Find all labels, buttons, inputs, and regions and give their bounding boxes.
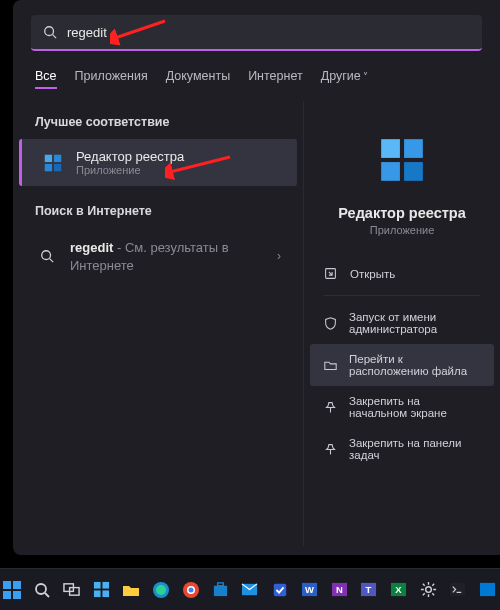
- todo-icon[interactable]: [267, 577, 292, 603]
- svg-rect-47: [450, 583, 465, 596]
- svg-text:W: W: [305, 584, 314, 595]
- action-label: Запуск от имени администратора: [349, 311, 480, 335]
- result-subtitle: Приложение: [76, 164, 275, 176]
- edge-icon[interactable]: [149, 577, 174, 603]
- svg-rect-27: [94, 590, 101, 597]
- svg-text:T: T: [366, 584, 372, 595]
- svg-text:N: N: [336, 584, 343, 595]
- svg-rect-11: [404, 162, 423, 181]
- svg-rect-35: [217, 583, 223, 586]
- start-button[interactable]: [0, 577, 25, 603]
- search-bar[interactable]: [31, 15, 482, 51]
- svg-rect-9: [404, 139, 423, 158]
- results-column: Лучшее соответствие Редактор реестра При…: [13, 101, 303, 546]
- teams-icon[interactable]: T: [356, 577, 381, 603]
- word-icon[interactable]: W: [297, 577, 322, 603]
- svg-point-21: [36, 584, 46, 594]
- svg-point-0: [45, 27, 54, 36]
- pin-icon: [324, 401, 337, 414]
- svg-rect-2: [45, 154, 52, 161]
- svg-rect-17: [3, 581, 11, 589]
- web-search-header: Поиск в Интернете: [13, 198, 303, 228]
- action-open[interactable]: Открыть: [310, 258, 494, 289]
- svg-line-22: [45, 593, 49, 597]
- shield-icon: [324, 317, 337, 330]
- search-button[interactable]: [30, 577, 55, 603]
- store-icon[interactable]: [208, 577, 233, 603]
- chevron-right-icon: ›: [277, 249, 281, 263]
- filter-tabs: Все Приложения Документы Интернет Другие: [13, 51, 500, 101]
- svg-rect-28: [102, 590, 109, 597]
- action-label: Закрепить на начальном экране: [349, 395, 480, 419]
- svg-rect-25: [94, 582, 101, 589]
- pin-icon: [324, 443, 337, 456]
- action-pin-start[interactable]: Закрепить на начальном экране: [310, 386, 494, 428]
- svg-rect-3: [54, 154, 61, 161]
- action-list: Открыть Запуск от имени администратора П…: [304, 258, 500, 470]
- content-area: Лучшее соответствие Редактор реестра При…: [13, 101, 500, 546]
- svg-point-46: [425, 587, 431, 593]
- svg-rect-18: [13, 581, 21, 589]
- search-input[interactable]: [67, 25, 470, 40]
- svg-line-1: [53, 35, 57, 39]
- search-panel: Все Приложения Документы Интернет Другие…: [13, 0, 500, 555]
- preview-subtitle: Приложение: [304, 224, 500, 236]
- mail-icon[interactable]: [238, 577, 263, 603]
- excel-icon[interactable]: X: [386, 577, 411, 603]
- svg-text:X: X: [395, 584, 402, 595]
- svg-rect-20: [13, 591, 21, 599]
- best-match-header: Лучшее соответствие: [13, 109, 303, 139]
- web-result-text: regedit - См. результаты в Интернете: [70, 238, 266, 274]
- tab-documents[interactable]: Документы: [166, 69, 230, 89]
- preview-title: Редактор реестра: [304, 205, 500, 221]
- widgets-button[interactable]: [89, 577, 114, 603]
- open-icon: [324, 267, 338, 280]
- svg-rect-5: [54, 163, 61, 170]
- explorer-icon[interactable]: [119, 577, 144, 603]
- action-label: Закрепить на панели задач: [349, 437, 480, 461]
- action-open-location[interactable]: Перейти к расположению файла: [310, 344, 494, 386]
- tab-web[interactable]: Интернет: [248, 69, 303, 89]
- action-label: Открыть: [350, 268, 395, 280]
- preview-app-icon: [373, 131, 431, 189]
- taskbar: W N T X: [0, 568, 500, 610]
- action-pin-taskbar[interactable]: Закрепить на панели задач: [310, 428, 494, 470]
- svg-rect-19: [3, 591, 11, 599]
- svg-rect-8: [381, 139, 400, 158]
- taskview-button[interactable]: [59, 577, 84, 603]
- chrome-icon[interactable]: [178, 577, 203, 603]
- svg-point-6: [42, 251, 51, 260]
- search-icon: [35, 244, 59, 268]
- terminal-icon[interactable]: [446, 577, 471, 603]
- web-query-bold: regedit: [70, 240, 113, 255]
- svg-rect-4: [45, 163, 52, 170]
- svg-rect-37: [273, 583, 285, 595]
- svg-rect-34: [214, 586, 227, 596]
- result-text: Редактор реестра Приложение: [76, 149, 275, 176]
- action-label: Перейти к расположению файла: [349, 353, 480, 377]
- action-run-admin[interactable]: Запуск от имени администратора: [310, 302, 494, 344]
- result-title: Редактор реестра: [76, 149, 275, 164]
- best-match-result[interactable]: Редактор реестра Приложение: [19, 139, 297, 186]
- search-icon: [43, 25, 57, 39]
- onenote-icon[interactable]: N: [327, 577, 352, 603]
- svg-point-30: [156, 585, 166, 595]
- svg-rect-26: [102, 582, 109, 589]
- tab-all[interactable]: Все: [35, 69, 57, 89]
- tab-apps[interactable]: Приложения: [75, 69, 148, 89]
- divider: [324, 295, 480, 296]
- app-icon[interactable]: [475, 577, 500, 603]
- svg-rect-10: [381, 162, 400, 181]
- settings-icon[interactable]: [416, 577, 441, 603]
- folder-icon: [324, 359, 337, 372]
- web-search-result[interactable]: regedit - См. результаты в Интернете ›: [13, 228, 303, 284]
- svg-point-33: [188, 587, 193, 592]
- regedit-icon: [41, 151, 65, 175]
- svg-line-7: [50, 259, 54, 263]
- tab-more[interactable]: Другие: [321, 69, 369, 89]
- preview-column: Редактор реестра Приложение Открыть Запу…: [303, 101, 500, 546]
- svg-rect-48: [480, 583, 495, 596]
